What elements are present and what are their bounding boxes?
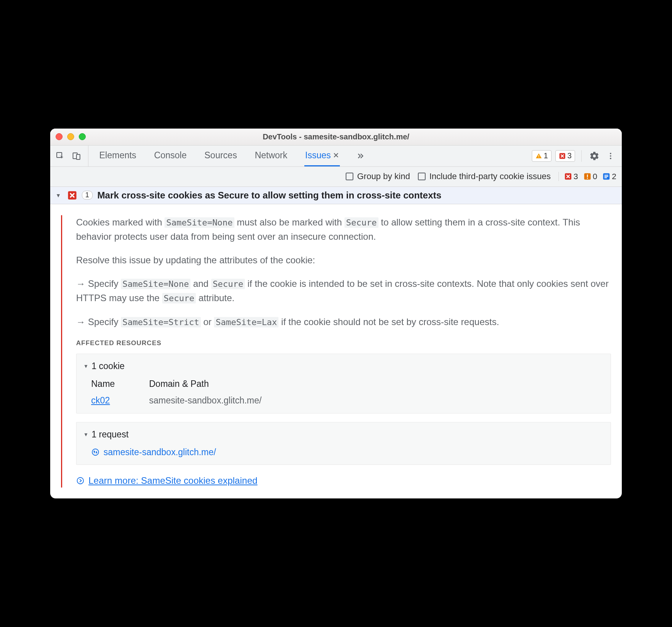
cookie-name-link[interactable]: ck02 <box>91 394 137 408</box>
traffic-lights <box>56 133 86 140</box>
expand-issue-icon[interactable]: ▼ <box>56 192 61 198</box>
minimize-window-button[interactable] <box>67 133 74 140</box>
request-icon <box>91 448 100 456</box>
issue-bullet-1: Specify SameSite=None and Secure if the … <box>76 276 611 305</box>
request-link[interactable]: samesite-sandbox.glitch.me/ <box>104 446 216 459</box>
issue-kind-counters: 3 0 2 <box>558 172 616 181</box>
settings-icon[interactable] <box>588 149 601 163</box>
col-name: Name <box>91 377 137 391</box>
warning-counter[interactable]: 0 <box>584 172 597 181</box>
affected-requests-count: 1 request <box>92 428 129 442</box>
tab-sources[interactable]: Sources <box>204 146 238 166</box>
issue-description: Cookies marked with SameSite=None must a… <box>76 215 611 244</box>
affected-cookies-card: ▼ 1 cookie Name Domain & Path ck02 sames… <box>76 354 611 413</box>
affected-cookies-header[interactable]: ▼ 1 cookie <box>83 359 604 373</box>
kebab-menu-icon[interactable] <box>605 150 616 162</box>
svg-rect-2 <box>76 154 80 159</box>
error-badge-icon <box>67 190 77 200</box>
svg-point-16 <box>77 478 84 484</box>
severity-bar <box>61 215 62 488</box>
issue-title: Mark cross-site cookies as Secure to all… <box>97 190 441 201</box>
affected-cookies-count: 1 cookie <box>92 359 125 373</box>
info-counter[interactable]: 2 <box>602 172 616 181</box>
issue-resolve-intro: Resolve this issue by updating the attri… <box>76 253 611 267</box>
tab-issues-label: Issues <box>305 150 331 161</box>
main-toolbar: Elements Console Sources Network Issues … <box>50 146 622 167</box>
group-by-kind-checkbox[interactable]: Group by kind <box>346 171 410 181</box>
col-domain: Domain & Path <box>149 377 604 391</box>
expand-cookies-icon[interactable]: ▼ <box>83 363 88 370</box>
svg-point-8 <box>610 158 611 159</box>
warnings-count: 1 <box>544 151 548 160</box>
svg-point-6 <box>610 153 611 154</box>
close-window-button[interactable] <box>56 133 63 140</box>
panel-tabs: Elements Console Sources Network Issues <box>98 146 525 166</box>
affected-requests-card: ▼ 1 request samesite-sandbox.glitch.me/ <box>76 422 611 465</box>
issue-bullet-2: Specify SameSite=Strict or SameSite=Lax … <box>76 315 611 329</box>
code-samesite-none: SameSite=None <box>165 217 234 228</box>
inspect-icon[interactable] <box>56 151 65 161</box>
tab-network[interactable]: Network <box>254 146 288 166</box>
code-secure: Secure <box>344 217 378 228</box>
tab-console[interactable]: Console <box>153 146 187 166</box>
learn-more-icon <box>76 476 85 485</box>
errors-count: 3 <box>567 151 572 160</box>
device-toggle-icon[interactable] <box>72 151 81 161</box>
more-tabs-icon[interactable] <box>356 146 365 166</box>
include-third-party-label: Include third-party cookie issues <box>429 171 551 181</box>
svg-rect-4 <box>538 157 539 158</box>
warnings-badge[interactable]: 1 <box>532 150 552 162</box>
divider <box>581 150 582 162</box>
cookie-domain: samesite-sandbox.glitch.me/ <box>149 394 604 408</box>
window-title: DevTools - samesite-sandbox.glitch.me/ <box>50 132 622 141</box>
titlebar: DevTools - samesite-sandbox.glitch.me/ <box>50 129 622 146</box>
group-by-kind-label: Group by kind <box>357 171 410 181</box>
svg-point-7 <box>610 155 611 157</box>
svg-point-15 <box>92 449 99 456</box>
issues-filter-bar: Group by kind Include third-party cookie… <box>50 167 622 187</box>
learn-more-row: Learn more: SameSite cookies explained <box>76 473 611 488</box>
tab-issues[interactable]: Issues <box>304 146 340 166</box>
svg-rect-12 <box>587 178 588 179</box>
svg-rect-11 <box>587 175 588 177</box>
issue-header[interactable]: ▼ 1 Mark cross-site cookies as Secure to… <box>50 187 622 204</box>
svg-rect-3 <box>538 155 539 156</box>
tab-elements[interactable]: Elements <box>98 146 137 166</box>
error-counter[interactable]: 3 <box>564 172 578 181</box>
close-tab-icon[interactable] <box>333 152 339 158</box>
include-third-party-checkbox[interactable]: Include third-party cookie issues <box>418 171 551 181</box>
learn-more-link[interactable]: Learn more: SameSite cookies explained <box>88 473 258 488</box>
affected-requests-header[interactable]: ▼ 1 request <box>83 428 604 442</box>
devtools-window: DevTools - samesite-sandbox.glitch.me/ E… <box>50 129 622 499</box>
affected-resources-label: Affected Resources <box>76 338 611 348</box>
issue-count-badge: 1 <box>82 191 93 200</box>
issue-body: Cookies marked with SameSite=None must a… <box>50 204 622 499</box>
expand-requests-icon[interactable]: ▼ <box>83 431 88 439</box>
maximize-window-button[interactable] <box>79 133 86 140</box>
errors-badge[interactable]: 3 <box>555 150 575 162</box>
cookies-table: Name Domain & Path ck02 samesite-sandbox… <box>91 377 604 408</box>
